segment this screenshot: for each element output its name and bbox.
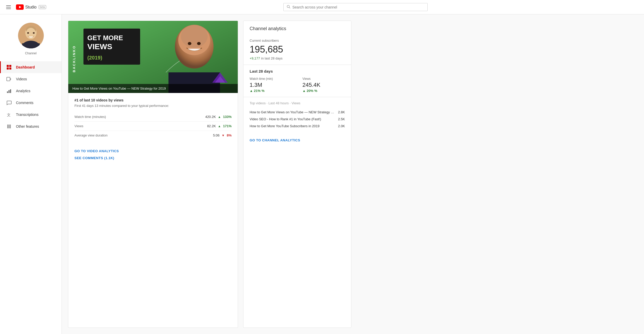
beta-badge: beta <box>39 5 46 9</box>
dashboard-icon <box>6 64 12 70</box>
sidebar-item-dashboard[interactable]: Dashboard <box>0 61 62 73</box>
sidebar-item-comments[interactable]: Comments <box>0 97 62 109</box>
top-videos-header: Top videos · Last 48 hours · Views <box>250 101 345 105</box>
sidebar-item-videos[interactable]: Videos <box>0 73 62 85</box>
channel-label: Channel <box>25 52 37 55</box>
top-video-row-2: Video SEO - How to Rank #1 in YouTube (F… <box>250 116 345 123</box>
svg-rect-11 <box>22 43 40 48</box>
svg-rect-12 <box>7 65 9 67</box>
views-arrow-icon: ▲ <box>302 89 307 93</box>
svg-point-36 <box>188 42 191 45</box>
video-card: BACKLINKO GET MORE VIEWS (2019) How to G… <box>68 21 238 328</box>
transcriptions-icon: 文 <box>6 112 12 117</box>
video-links: GO TO VIDEO ANALYTICS SEE COMMENTS (1.1K… <box>68 145 238 164</box>
sidebar-item-transcriptions[interactable]: 文 Transcriptions <box>0 109 62 121</box>
pct-views: 171% <box>223 124 232 128</box>
stat-number-watchtime: 420.2K <box>205 115 216 119</box>
stat-number-views: 82.2K <box>207 124 216 128</box>
top-video-row-1: How to Get More Views on YouTube — NEW S… <box>250 109 345 116</box>
svg-point-35 <box>181 25 208 48</box>
hamburger-menu[interactable] <box>4 3 13 11</box>
video-perf: First 41 days 13 minutes compared to you… <box>74 104 232 108</box>
svg-point-26 <box>9 126 10 127</box>
video-rank: #1 of last 10 videos by views <box>74 98 232 102</box>
watchtime-pct: 21% <box>254 89 260 93</box>
last28-section: Last 28 days Watch time (min) 1.3M ▲ 21%… <box>243 65 351 97</box>
svg-point-27 <box>10 126 11 127</box>
svg-rect-15 <box>9 67 11 70</box>
go-to-channel-analytics-link[interactable]: GO TO CHANNEL ANALYTICS <box>250 138 300 142</box>
svg-point-24 <box>10 125 11 126</box>
svg-rect-19 <box>9 90 10 93</box>
go-to-video-analytics-link[interactable]: GO TO VIDEO ANALYTICS <box>74 149 232 153</box>
other-features-icon <box>6 124 12 129</box>
svg-text:文: 文 <box>7 113 11 117</box>
stat-label-avgduration: Average view duration <box>74 133 107 137</box>
sidebar-item-analytics[interactable]: Analytics <box>0 85 62 97</box>
svg-rect-14 <box>7 67 9 70</box>
stat-label-views: Views <box>74 124 83 128</box>
watchtime-metric: Watch time (min) 1.3M ▲ 21% % <box>250 77 292 93</box>
videos-icon <box>6 76 12 82</box>
views-pct: 20% <box>307 89 313 93</box>
watchtime-metric-val: 1.3M <box>250 82 292 88</box>
growth-note: in last 28 days <box>261 56 283 60</box>
svg-rect-18 <box>7 91 8 93</box>
svg-point-25 <box>7 126 8 127</box>
pct-avgduration: 8% <box>227 133 232 137</box>
arrow-down-avgduration: ▼ <box>222 134 225 137</box>
youtube-logo-icon <box>16 4 24 10</box>
top-video-row-3: How to Get More YouTube Subscribers in 2… <box>250 123 345 130</box>
sidebar-item-other-features[interactable]: Other features <box>0 121 62 132</box>
main-content: BACKLINKO GET MORE VIEWS (2019) How to G… <box>62 14 644 334</box>
subscribers-growth: +9,177 in last 28 days <box>250 56 345 61</box>
svg-text:GET MORE: GET MORE <box>87 34 123 42</box>
thumbnail-bg: BACKLINKO GET MORE VIEWS (2019) <box>68 21 238 93</box>
views-metric: Views 245.4K ▲ 20% % <box>302 77 345 93</box>
svg-point-23 <box>9 125 10 126</box>
svg-rect-13 <box>9 65 11 67</box>
subscribers-section: Current subscribers 195,685 +9,177 in la… <box>243 35 351 65</box>
svg-point-28 <box>7 127 8 128</box>
logo-area: Studio beta <box>16 4 46 10</box>
analytics-title: Channel analytics <box>250 26 345 31</box>
top-videos-label: Top videos <box>250 101 266 105</box>
svg-line-3 <box>289 7 290 8</box>
top-videos-metric: Views <box>292 101 300 105</box>
svg-point-30 <box>10 127 11 128</box>
svg-point-9 <box>33 32 35 34</box>
views-metric-change: ▲ 20% % <box>302 89 345 93</box>
svg-rect-16 <box>7 77 10 81</box>
avatar-image <box>18 23 44 48</box>
studio-label: Studio <box>25 5 37 10</box>
analytics-card-header: Channel analytics <box>243 21 351 35</box>
see-comments-link[interactable]: SEE COMMENTS (1.1K) <box>74 156 232 160</box>
svg-point-8 <box>27 32 29 34</box>
top-video-title-3: How to Get More YouTube Subscribers in 2… <box>250 124 335 128</box>
last28-label: Last 28 days <box>250 69 345 73</box>
comments-icon <box>6 100 12 106</box>
svg-text:VIEWS: VIEWS <box>87 42 112 51</box>
views-metric-label: Views <box>302 77 345 81</box>
svg-rect-20 <box>10 89 11 93</box>
avatar-section: Channel <box>0 19 62 61</box>
views-metric-val: 245.4K <box>302 82 345 88</box>
svg-text:BACKLINKO: BACKLINKO <box>72 45 76 72</box>
analytics-icon <box>6 88 12 94</box>
thumbnail-caption: How to Get More Views on YouTube — NEW S… <box>68 84 238 93</box>
top-videos-section: Top videos · Last 48 hours · Views How t… <box>243 97 351 134</box>
search-bar <box>71 3 640 11</box>
stat-label-watchtime: Watch time (minutes) <box>74 115 106 119</box>
search-input-wrap[interactable] <box>283 3 428 11</box>
stat-value-watchtime: 420.2K ▲ 133% <box>205 115 232 119</box>
stat-number-avgduration: 5:06 <box>213 133 219 137</box>
search-input[interactable] <box>292 5 424 9</box>
analytics-footer: GO TO CHANNEL ANALYTICS <box>243 134 351 147</box>
video-thumbnail: BACKLINKO GET MORE VIEWS (2019) How to G… <box>68 21 238 93</box>
top-videos-period: Last 48 hours <box>268 101 289 105</box>
main-layout: Channel Dashboard Videos Analytics Com <box>0 14 644 334</box>
metrics-row: Watch time (min) 1.3M ▲ 21% % Views 245.… <box>250 77 345 93</box>
sidebar-item-comments-label: Comments <box>16 101 33 105</box>
search-icon <box>287 5 290 9</box>
video-stats: #1 of last 10 videos by views First 41 d… <box>68 93 238 145</box>
